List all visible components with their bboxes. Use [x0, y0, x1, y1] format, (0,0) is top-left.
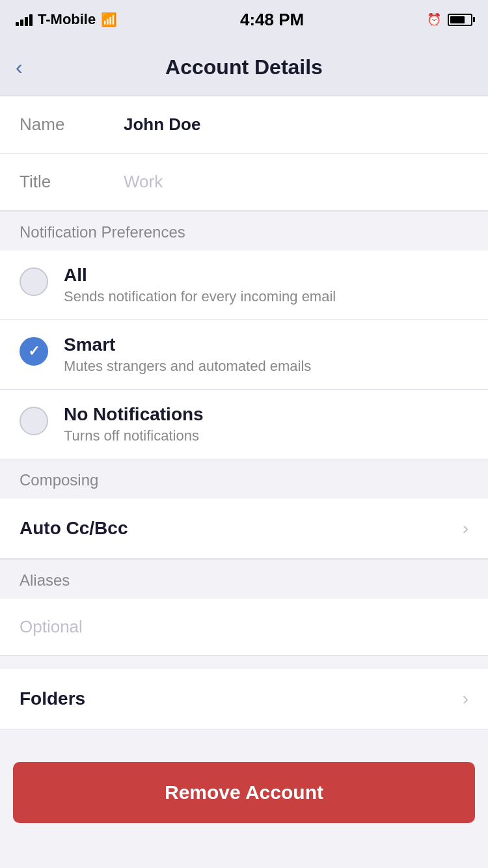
radio-none	[20, 407, 48, 435]
radio-all	[20, 267, 48, 296]
notification-desc-smart: Mutes strangers and automated emails	[64, 358, 311, 375]
status-bar: T-Mobile 📶 4:48 PM ⏰	[0, 0, 488, 39]
auto-cc-bcc-label: Auto Cc/Bcc	[20, 518, 128, 539]
notification-option-all[interactable]: All Sends notification for every incomin…	[0, 251, 488, 320]
notification-text-smart: Smart Mutes strangers and automated emai…	[64, 334, 311, 375]
notification-text-none: No Notifications Turns off notifications	[64, 404, 204, 444]
chevron-right-icon: ›	[463, 518, 468, 539]
aliases-header: Aliases	[0, 559, 488, 599]
title-placeholder: Work	[124, 172, 163, 192]
notification-option-smart[interactable]: ✓ Smart Mutes strangers and automated em…	[0, 320, 488, 390]
name-value: John Doe	[124, 115, 200, 135]
name-row: Name John Doe	[0, 96, 488, 154]
checkmark-icon: ✓	[28, 343, 40, 360]
nav-bar: ‹ Account Details	[0, 39, 488, 96]
notification-title-smart: Smart	[64, 334, 311, 355]
page-title: Account Details	[165, 55, 323, 79]
carrier-label: T-Mobile	[38, 11, 96, 28]
notification-desc-none: Turns off notifications	[64, 427, 204, 444]
notification-list: All Sends notification for every incomin…	[0, 251, 488, 459]
name-label: Name	[20, 115, 124, 135]
notification-prefs-header: Notification Preferences	[0, 211, 488, 251]
composing-header: Composing	[0, 459, 488, 498]
content-area: Name John Doe Title Work Notification Pr…	[0, 96, 488, 843]
alarm-icon: ⏰	[427, 12, 441, 27]
notification-desc-all: Sends notification for every incoming em…	[64, 288, 336, 305]
notification-option-none[interactable]: No Notifications Turns off notifications	[0, 390, 488, 459]
back-button[interactable]: ‹	[9, 49, 29, 86]
notification-title-none: No Notifications	[64, 404, 204, 425]
battery-icon	[448, 14, 472, 26]
folders-label: Folders	[20, 688, 85, 709]
separator-2	[0, 729, 488, 742]
notification-title-all: All	[64, 265, 336, 286]
title-row[interactable]: Title Work	[0, 154, 488, 211]
remove-account-button[interactable]: Remove Account	[13, 762, 475, 823]
name-section: Name John Doe Title Work	[0, 96, 488, 211]
separator-1	[0, 656, 488, 669]
auto-cc-bcc-item[interactable]: Auto Cc/Bcc ›	[0, 498, 488, 559]
folders-item[interactable]: Folders ›	[0, 669, 488, 729]
status-time: 4:48 PM	[240, 10, 304, 30]
wifi-icon: 📶	[101, 12, 117, 27]
folders-chevron-icon: ›	[463, 688, 468, 709]
title-label: Title	[20, 172, 124, 192]
aliases-placeholder: Optional	[20, 617, 83, 636]
status-right: ⏰	[427, 12, 472, 27]
aliases-input-row[interactable]: Optional	[0, 599, 488, 656]
status-left: T-Mobile 📶	[16, 11, 117, 28]
notification-text-all: All Sends notification for every incomin…	[64, 265, 336, 305]
signal-icon	[16, 13, 33, 26]
radio-smart: ✓	[20, 337, 48, 366]
